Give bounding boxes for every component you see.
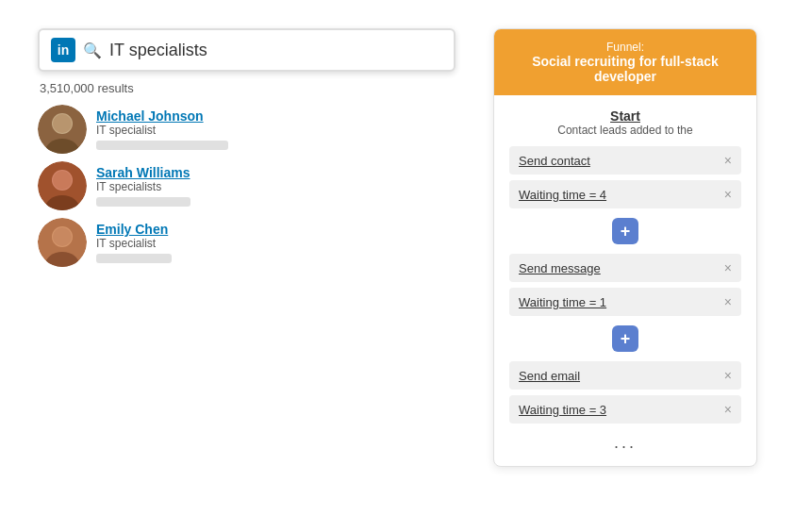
step-label: Waiting time = 1 — [519, 295, 606, 309]
profile-name[interactable]: Michael Johnson — [96, 108, 455, 124]
profile-info: Michael Johnson IT specialist — [96, 108, 455, 150]
close-icon[interactable]: × — [724, 260, 732, 275]
list-item: Sarah Williams IT specialists — [38, 161, 455, 210]
funnel-body: Start Contact leads added to the Send co… — [494, 95, 756, 466]
left-panel: in 🔍 IT specialists 3,510,000 results — [38, 28, 455, 267]
avatar — [38, 161, 87, 210]
funnel-label: Funnel: — [509, 41, 741, 54]
close-icon[interactable]: × — [724, 153, 732, 168]
close-icon[interactable]: × — [724, 368, 732, 383]
results-count: 3,510,000 results — [38, 81, 455, 95]
svg-point-7 — [53, 171, 72, 190]
blurred-bar — [96, 141, 228, 150]
funnel-step-wait-1[interactable]: Waiting time = 1 × — [509, 288, 741, 316]
svg-point-11 — [53, 227, 72, 246]
profile-list: Michael Johnson IT specialist Sarah W — [38, 105, 455, 267]
profile-info: Sarah Williams IT specialists — [96, 165, 455, 207]
funnel-start-title: Start — [557, 108, 692, 124]
profile-info: Emily Chen IT specialist — [96, 222, 455, 263]
blurred-bar — [96, 197, 190, 207]
step-label: Waiting time = 4 — [519, 188, 606, 202]
list-item: Michael Johnson IT specialist — [38, 105, 455, 154]
funnel-more-dots: ... — [614, 433, 637, 453]
svg-point-3 — [53, 114, 72, 133]
close-icon[interactable]: × — [724, 294, 732, 309]
linkedin-search-bar[interactable]: in 🔍 IT specialists — [38, 28, 455, 72]
funnel-step-send-message[interactable]: Send message × — [509, 254, 741, 282]
search-icon: 🔍 — [83, 42, 102, 59]
linkedin-logo: in — [51, 38, 75, 62]
close-icon[interactable]: × — [724, 187, 732, 202]
profile-name[interactable]: Emily Chen — [96, 222, 455, 237]
avatar — [38, 105, 87, 154]
funnel-title: Social recruiting for full-stack develop… — [509, 54, 741, 84]
funnel-panel: Funnel: Social recruiting for full-stack… — [493, 28, 757, 467]
close-icon[interactable]: × — [724, 402, 732, 417]
blurred-bar — [96, 254, 172, 263]
funnel-start: Start Contact leads added to the — [557, 108, 692, 137]
step-label: Waiting time = 3 — [519, 403, 606, 417]
funnel-step-send-email[interactable]: Send email × — [509, 361, 741, 390]
add-step-button[interactable]: + — [612, 218, 638, 244]
step-label: Send contact — [519, 154, 590, 168]
step-label: Send message — [519, 261, 601, 275]
profile-title: IT specialist — [96, 237, 455, 250]
list-item: Emily Chen IT specialist — [38, 218, 455, 267]
funnel-header: Funnel: Social recruiting for full-stack… — [494, 29, 756, 95]
step-label: Send email — [519, 369, 580, 383]
avatar — [38, 218, 87, 267]
funnel-step-wait-4[interactable]: Waiting time = 4 × — [509, 180, 741, 208]
funnel-start-subtitle: Contact leads added to the — [557, 124, 692, 137]
funnel-step-wait-3[interactable]: Waiting time = 3 × — [509, 395, 741, 424]
profile-name[interactable]: Sarah Williams — [96, 165, 455, 180]
funnel-step-send-contact[interactable]: Send contact × — [509, 146, 741, 175]
main-container: in 🔍 IT specialists 3,510,000 results — [0, 0, 795, 532]
profile-title: IT specialist — [96, 124, 455, 137]
add-step-button-2[interactable]: + — [612, 325, 638, 352]
search-query: IT specialists — [109, 41, 207, 60]
profile-title: IT specialists — [96, 180, 455, 193]
